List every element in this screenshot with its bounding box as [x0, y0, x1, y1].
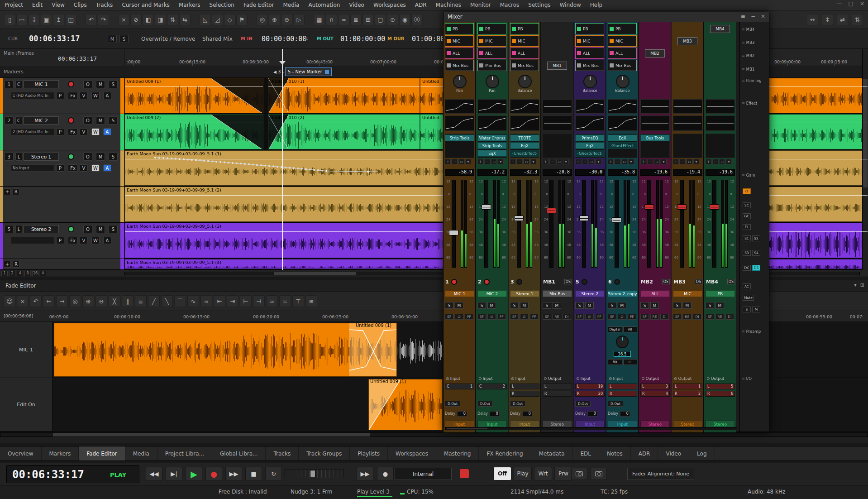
- slot-tool-item-button[interactable]: ⊡: [654, 159, 660, 164]
- locate-icon[interactable]: ◉: [399, 14, 410, 25]
- sf-button[interactable]: SF: [477, 314, 486, 320]
- maximize-icon[interactable]: ▢: [849, 0, 854, 7]
- channel-name[interactable]: Stereo 2_copy: [608, 290, 637, 297]
- io-routing-row[interactable]: R: [543, 391, 572, 397]
- master-o-button[interactable]: O: [743, 188, 751, 194]
- tab-media[interactable]: Media: [125, 446, 157, 461]
- mode-play-button[interactable]: Play: [514, 467, 532, 480]
- fader-groove[interactable]: [615, 180, 619, 268]
- channel-name[interactable]: Stereo 2: [575, 290, 605, 297]
- re-button[interactable]: RE: [683, 314, 692, 320]
- mark-in-value[interactable]: 00:00:00:00: [262, 35, 306, 43]
- bus-assign-mix-bus-button[interactable]: Mix Bus: [608, 60, 637, 71]
- slot-tool-item-button[interactable]: ▾: [661, 159, 667, 164]
- fader-knob[interactable]: [710, 204, 719, 210]
- fade-editor-clip[interactable]: [368, 379, 443, 430]
- menu-machines[interactable]: Machines: [431, 0, 466, 10]
- track-a-button[interactable]: A: [103, 164, 111, 172]
- slot-tool-item-button[interactable]: ⊡: [719, 159, 725, 164]
- curve-a-icon[interactable]: ≃: [266, 295, 278, 307]
- menu-automation[interactable]: Automation: [304, 0, 344, 10]
- track-w-button[interactable]: W: [91, 237, 100, 244]
- io-routing-row[interactable]: L3: [640, 384, 670, 389]
- sine-curve-icon[interactable]: ∿: [187, 295, 199, 307]
- tab-track-groups[interactable]: Track Groups: [299, 446, 350, 461]
- mute-button[interactable]: M: [650, 302, 659, 309]
- solo-button[interactable]: S: [510, 302, 519, 309]
- delay-value[interactable]: 0: [522, 411, 532, 417]
- slot-tool-item-button[interactable]: ▾: [498, 159, 504, 164]
- mute-button[interactable]: M: [715, 302, 724, 309]
- item-button[interactable]: ∅: [618, 314, 626, 320]
- anchor-right-icon[interactable]: ⊣: [253, 295, 265, 307]
- tab-markers[interactable]: Markers: [42, 446, 79, 461]
- zoom-in-icon[interactable]: ⊕: [82, 295, 94, 307]
- monitor-icon[interactable]: ∩: [326, 14, 337, 25]
- slot-tool-item-button[interactable]: +: [445, 159, 451, 164]
- menu-adr[interactable]: ADR: [410, 0, 431, 10]
- fader-level-display[interactable]: -35.8: [608, 169, 637, 176]
- auto-mode-icon[interactable]: Ⓐ: [411, 14, 423, 25]
- sf-button[interactable]: SF: [445, 314, 453, 320]
- edit-mode-select[interactable]: Overwrite / Remove: [141, 36, 195, 42]
- track-expand-button[interactable]: +: [4, 261, 11, 268]
- delete-fade-icon[interactable]: ×: [17, 295, 29, 307]
- menu-help[interactable]: Help: [586, 0, 607, 10]
- solo-button[interactable]: S: [608, 302, 616, 309]
- sf-button[interactable]: SF: [673, 314, 682, 320]
- tracks-hscroll-thumb[interactable]: [274, 272, 356, 275]
- di-button[interactable]: DI: [563, 314, 571, 320]
- jog-slider[interactable]: [284, 469, 344, 478]
- io-routing-row[interactable]: C1: [445, 384, 474, 389]
- channel-name[interactable]: MIC: [673, 290, 702, 297]
- record-arm-button[interactable]: [582, 279, 587, 285]
- redo-icon[interactable]: ↷: [98, 14, 109, 25]
- track-m-button[interactable]: M: [96, 153, 105, 161]
- bus-assign-all-button[interactable]: ALL: [445, 48, 474, 59]
- di-button[interactable]: DI: [725, 314, 734, 320]
- track-o-button[interactable]: O: [83, 225, 92, 233]
- scroll-horizontal-icon[interactable]: ⇄: [837, 14, 848, 25]
- fader-knob[interactable]: [482, 204, 491, 210]
- loop-button[interactable]: ↻: [265, 467, 282, 481]
- multi-curve-icon[interactable]: ≋: [305, 295, 317, 307]
- fade-in-icon[interactable]: ◺: [200, 14, 211, 25]
- track-fx-button[interactable]: Fx: [68, 164, 78, 172]
- delay-value[interactable]: 0: [457, 411, 467, 417]
- io-routing-row[interactable]: L19: [575, 384, 605, 389]
- slot-tool-item-button[interactable]: −: [517, 159, 523, 164]
- solo-button[interactable]: S: [445, 302, 453, 309]
- plugin-water-chorus[interactable]: Water Chorus: [477, 134, 507, 141]
- master-section-mb2[interactable]: MB2: [742, 53, 754, 58]
- anchor-left-icon[interactable]: ⊢: [240, 295, 252, 307]
- io-routing-row[interactable]: R: [608, 391, 637, 397]
- record-arm-button[interactable]: [68, 117, 74, 124]
- bus-assign-mix-bus-button[interactable]: Mix Bus: [445, 60, 474, 71]
- track-w-button[interactable]: W: [91, 128, 100, 135]
- master-s2-button[interactable]: S2: [752, 235, 760, 241]
- zoom-preset-16[interactable]: 16: [32, 271, 38, 276]
- chase-button[interactable]: ▶▶: [357, 467, 373, 481]
- solo-button[interactable]: S: [477, 302, 486, 309]
- bus-assign-pb-button[interactable]: PB: [445, 23, 474, 34]
- slot-tool-item-button[interactable]: −: [484, 159, 490, 164]
- new-project-icon[interactable]: ▯: [4, 14, 15, 25]
- slot-tool-item-button[interactable]: ⊡: [556, 159, 562, 164]
- io-routing-row[interactable]: R: [510, 391, 539, 397]
- channel-name[interactable]: ALL: [640, 290, 670, 297]
- slot-tool-item-button[interactable]: −: [647, 159, 653, 164]
- track-input-select[interactable]: 2 (HD Audio Mic In: [11, 128, 54, 135]
- zoom-in-icon[interactable]: ⊕: [269, 14, 280, 25]
- track-m-button[interactable]: M: [96, 80, 105, 88]
- io-routing-row[interactable]: R4: [640, 391, 670, 397]
- audio-clip[interactable]: Untitled 009 (2): [124, 114, 263, 149]
- io-routing-row[interactable]: R6: [706, 391, 735, 397]
- direct-out-button[interactable]: D.Out: [510, 401, 525, 407]
- slot-tool-item-button[interactable]: ⊡: [589, 159, 595, 164]
- menu-edit[interactable]: Edit: [28, 0, 47, 10]
- envelope-smiley-icon[interactable]: ☺: [4, 295, 15, 307]
- tab-global-libra[interactable]: Global Libra...: [212, 446, 266, 461]
- zoom-preset-a[interactable]: A: [40, 271, 46, 276]
- slot-tool-item-button[interactable]: +: [608, 159, 614, 164]
- mute-button[interactable]: M: [553, 302, 561, 309]
